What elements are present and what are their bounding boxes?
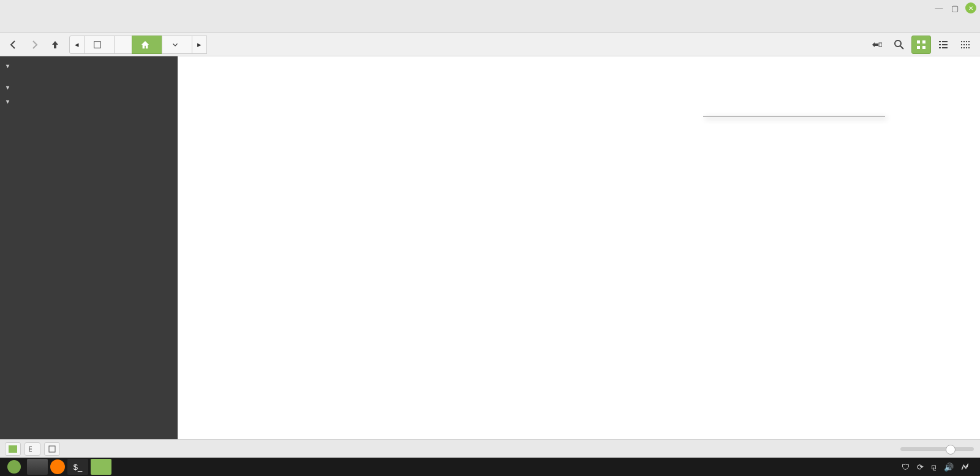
svg-rect-1 — [879, 43, 882, 47]
forward-button[interactable] — [26, 36, 43, 53]
svg-rect-23 — [966, 47, 967, 48]
taskbar-terminal[interactable]: $_ — [67, 459, 88, 475]
svg-rect-14 — [963, 41, 965, 42]
titlebar[interactable]: — ▢ ✕ — [0, 0, 980, 17]
svg-rect-18 — [963, 44, 965, 45]
svg-rect-16 — [968, 41, 970, 42]
icon-view-button[interactable] — [911, 36, 931, 54]
sidebar-header-computer[interactable]: ▾ — [0, 59, 178, 73]
tray-battery-icon[interactable]: 🗲 — [961, 463, 969, 472]
path-current[interactable] — [132, 36, 162, 54]
path-downloads[interactable] — [162, 36, 192, 54]
compact-view-button[interactable] — [956, 36, 975, 54]
close-sidebar[interactable] — [44, 442, 60, 456]
svg-rect-5 — [917, 46, 920, 49]
svg-rect-17 — [961, 44, 962, 45]
svg-rect-3 — [917, 40, 920, 43]
svg-rect-0 — [94, 41, 101, 48]
tray-update-icon[interactable]: ⟳ — [917, 463, 924, 472]
taskbar: $_ 🛡 ⟳ ⚼ 🔊 🗲 — [0, 458, 980, 476]
taskbar-filemanager[interactable] — [91, 459, 111, 475]
tray-network-icon[interactable]: ⚼ — [931, 462, 937, 472]
close-button[interactable]: ✕ — [965, 2, 976, 13]
svg-rect-10 — [942, 44, 948, 45]
maximize-button[interactable]: ▢ — [949, 2, 960, 13]
svg-rect-19 — [966, 44, 967, 45]
sidebar-header-devices[interactable]: ▾ — [0, 80, 178, 94]
up-button[interactable] — [47, 36, 64, 53]
back-button[interactable] — [5, 36, 22, 53]
places-toggle[interactable] — [5, 442, 21, 456]
sidebar-header-bookmarks[interactable] — [0, 73, 178, 80]
svg-rect-22 — [963, 47, 965, 48]
toolbar: ◂ ▸ — [0, 33, 980, 56]
svg-rect-11 — [939, 47, 941, 48]
svg-rect-20 — [968, 44, 970, 45]
svg-rect-25 — [9, 445, 17, 453]
minimize-button[interactable]: — — [933, 2, 944, 13]
svg-rect-4 — [922, 40, 925, 43]
sidebar: ▾ ▾ ▾ — [0, 56, 178, 439]
svg-rect-15 — [966, 41, 967, 42]
start-menu[interactable] — [4, 459, 24, 475]
content-area[interactable] — [178, 56, 980, 439]
zoom-slider[interactable] — [900, 447, 974, 451]
taskbar-firefox[interactable] — [50, 459, 65, 474]
svg-rect-26 — [49, 446, 55, 452]
path-root[interactable] — [84, 36, 115, 54]
svg-rect-9 — [939, 44, 941, 45]
svg-rect-7 — [939, 41, 941, 42]
svg-rect-24 — [968, 47, 970, 48]
toggle-location-button[interactable] — [867, 36, 887, 54]
sidebar-header-network[interactable]: ▾ — [0, 94, 178, 108]
svg-rect-12 — [942, 47, 948, 48]
pathbar: ◂ ▸ — [70, 36, 207, 54]
statusbar — [0, 439, 980, 458]
path-prev[interactable]: ◂ — [69, 36, 85, 54]
tray-volume-icon[interactable]: 🔊 — [944, 463, 954, 472]
svg-point-2 — [895, 40, 901, 47]
taskbar-show-desktop[interactable] — [27, 459, 48, 475]
svg-rect-8 — [942, 41, 948, 42]
list-view-button[interactable] — [933, 36, 953, 54]
svg-rect-13 — [961, 41, 962, 42]
tray-shield-icon[interactable]: 🛡 — [902, 463, 910, 472]
svg-rect-6 — [922, 46, 925, 49]
tree-toggle[interactable] — [24, 442, 40, 456]
path-next[interactable]: ▸ — [192, 36, 207, 54]
search-button[interactable] — [889, 36, 909, 54]
svg-rect-21 — [961, 47, 962, 48]
context-menu — [703, 116, 885, 117]
menubar — [0, 17, 980, 33]
path-home[interactable] — [114, 36, 132, 54]
